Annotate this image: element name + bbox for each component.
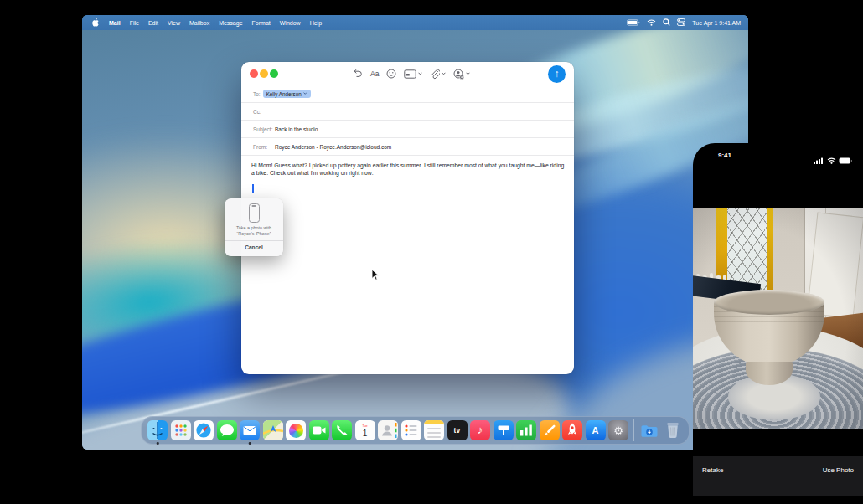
dock-icon-downloads[interactable] <box>639 420 659 440</box>
dock: Tue1 tv ♪ A ⚙ <box>141 416 690 445</box>
menu-item-help[interactable]: Help <box>310 20 322 26</box>
camera-preview-photo <box>693 208 863 429</box>
minimize-button[interactable] <box>260 69 268 78</box>
dock-icon-system-settings[interactable]: ⚙ <box>608 420 628 440</box>
dock-icon-numbers[interactable] <box>516 420 536 440</box>
menu-clock[interactable]: Tue Apr 1 9:41 AM <box>692 20 741 26</box>
dock-icon-mail[interactable] <box>240 420 260 440</box>
header-fields-button[interactable] <box>404 69 422 79</box>
menu-item-mail[interactable]: Mail <box>109 20 121 26</box>
dock-icon-keynote[interactable] <box>494 420 514 440</box>
emoji-icon[interactable] <box>386 69 396 79</box>
menu-item-format[interactable]: Format <box>252 20 271 26</box>
running-indicator <box>157 442 159 445</box>
dock-icon-pages[interactable] <box>540 420 560 440</box>
dock-icon-facetime[interactable] <box>309 420 329 440</box>
dock-separator <box>633 419 634 441</box>
wifi-icon <box>827 152 836 167</box>
tv-logo: tv <box>453 426 460 435</box>
dock-icon-finder[interactable] <box>147 420 168 440</box>
dock-icon-app-store[interactable]: A <box>586 420 606 440</box>
take-photo-popup: Take a photo with “Royce’s iPhone” Cance… <box>225 198 283 256</box>
control-center-icon[interactable] <box>677 18 685 27</box>
app-store-logo: A <box>592 425 599 435</box>
gear-icon: ⚙ <box>613 421 623 440</box>
photos-flower <box>289 424 303 438</box>
iphone-status-icons <box>814 152 852 167</box>
format-button[interactable]: Aa <box>370 69 379 78</box>
music-note-icon: ♪ <box>478 420 483 440</box>
dock-icon-maps[interactable] <box>263 420 283 440</box>
dock-icon-launchpad[interactable] <box>171 420 191 440</box>
retake-button[interactable]: Retake <box>702 466 723 474</box>
dock-icon-tv[interactable]: tv <box>447 420 468 440</box>
use-photo-button[interactable]: Use Photo <box>823 466 854 474</box>
menu-item-view[interactable]: View <box>168 20 180 26</box>
menu-item-edit[interactable]: Edit <box>148 20 158 26</box>
mail-compose-window: Aa ↑ To: Kelly Anderson Cc: Subject: Bac… <box>241 62 574 374</box>
message-body[interactable]: Hi Mom! Guess what? I picked up pottery … <box>251 162 565 177</box>
menu-bar: Mail File Edit View Mailbox Message Form… <box>82 15 748 30</box>
subject-label: Subject: <box>253 126 275 132</box>
dock-icon-photos[interactable] <box>286 420 306 440</box>
from-field[interactable]: From: Royce Anderson - Royce.Anderson@ic… <box>241 138 574 156</box>
apple-menu-icon[interactable] <box>92 18 100 28</box>
dock-icon-contacts[interactable] <box>378 420 398 440</box>
iphone-status-time: 9:41 <box>718 152 731 159</box>
from-value: Royce Anderson - Royce.Anderson@icloud.c… <box>275 144 391 150</box>
send-button[interactable]: ↑ <box>548 65 566 83</box>
attach-button[interactable] <box>430 69 446 80</box>
cc-field[interactable]: Cc: <box>241 103 574 121</box>
iphone-screen: 9:41 Retake Use Photo <box>693 143 863 504</box>
dock-icon-music[interactable]: ♪ <box>470 420 490 440</box>
desktop: Mail File Edit View Mailbox Message Form… <box>82 15 748 450</box>
battery-icon <box>839 152 852 167</box>
popup-text-line1: Take a photo with <box>225 225 283 231</box>
running-indicator <box>249 442 251 445</box>
popup-text-line2: “Royce’s iPhone” <box>225 231 283 237</box>
subject-value: Back in the studio <box>275 126 318 132</box>
dock-icon-reminders[interactable] <box>401 420 421 440</box>
dock-icon-rocket[interactable] <box>562 420 582 440</box>
menu-item-mailbox[interactable]: Mailbox <box>189 20 209 26</box>
text-caret <box>252 184 254 193</box>
dock-icon-trash[interactable] <box>663 420 683 440</box>
iphone-icon <box>249 203 260 223</box>
photo-vignette <box>693 208 863 429</box>
dock-icon-phone[interactable] <box>332 420 352 440</box>
subject-field[interactable]: Subject: Back in the studio <box>241 121 574 138</box>
from-label: From: <box>253 144 275 150</box>
dock-icon-notes[interactable] <box>424 420 444 440</box>
notes-lines <box>424 424 444 440</box>
cancel-button[interactable]: Cancel <box>225 241 283 255</box>
calendar-day: 1 <box>363 429 368 438</box>
menu-item-file[interactable]: File <box>130 20 139 26</box>
cc-label: Cc: <box>253 109 261 115</box>
to-label: To: <box>253 91 261 97</box>
mouse-cursor <box>371 269 380 285</box>
search-icon[interactable] <box>663 18 670 27</box>
battery-icon[interactable] <box>627 19 640 27</box>
compose-toolbar: Aa <box>352 66 470 81</box>
wifi-icon[interactable] <box>647 19 656 27</box>
photo-browser-button[interactable] <box>453 69 470 80</box>
undo-icon[interactable] <box>352 69 363 79</box>
cellular-icon <box>814 152 824 167</box>
zoom-button[interactable] <box>270 69 278 78</box>
menu-item-message[interactable]: Message <box>219 20 242 26</box>
menu-item-window[interactable]: Window <box>280 20 301 26</box>
dock-icon-safari[interactable] <box>194 420 214 440</box>
to-field[interactable]: To: Kelly Anderson <box>241 85 574 103</box>
close-button[interactable] <box>250 69 258 78</box>
dock-icon-calendar[interactable]: Tue1 <box>355 420 375 440</box>
dock-icon-messages[interactable] <box>217 420 237 440</box>
recipient-token[interactable]: Kelly Anderson <box>263 90 311 98</box>
camera-action-bar: Retake Use Photo <box>693 456 863 496</box>
